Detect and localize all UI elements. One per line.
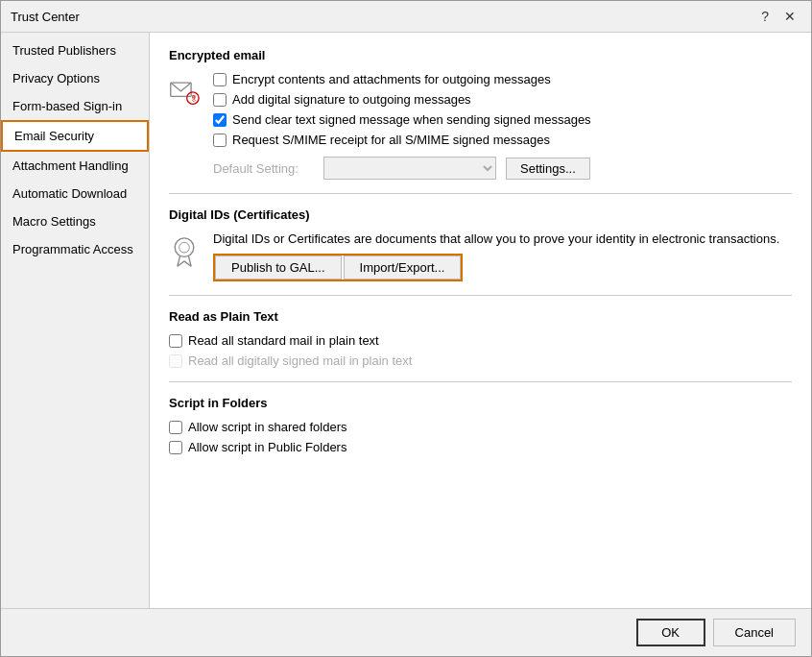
sidebar-item-automatic-download[interactable]: Automatic Download — [1, 180, 149, 207]
divider-2 — [169, 295, 792, 296]
sidebar: Trusted Publishers Privacy Options Form-… — [1, 33, 150, 608]
digital-id-icon — [169, 233, 200, 272]
sidebar-item-form-based-signin[interactable]: Form-based Sign-in — [1, 92, 149, 120]
cb4-row: Request S/MIME receipt for all S/MIME si… — [213, 133, 792, 147]
default-setting-row: Default Setting: Settings... — [213, 157, 792, 180]
import-export-button[interactable]: Import/Export... — [344, 256, 462, 280]
title-bar: Trust Center ? ✕ — [1, 1, 811, 33]
read-digitally-signed-checkbox[interactable] — [169, 354, 182, 368]
encrypt-contents-checkbox[interactable] — [213, 73, 227, 86]
cancel-button[interactable]: Cancel — [713, 619, 796, 646]
digital-ids-title: Digital IDs (Certificates) — [169, 207, 792, 222]
sidebar-item-attachment-handling[interactable]: Attachment Handling — [1, 152, 149, 180]
encrypted-email-options: Encrypt contents and attachments for out… — [213, 72, 792, 180]
divider-1 — [169, 193, 792, 194]
encrypted-email-title: Encrypted email — [169, 48, 792, 62]
default-setting-select[interactable] — [323, 157, 496, 180]
sidebar-item-email-security[interactable]: Email Security — [1, 120, 149, 152]
default-setting-label: Default Setting: — [213, 161, 314, 176]
publish-to-gal-button[interactable]: Publish to GAL... — [215, 256, 342, 280]
digital-ids-buttons: Publish to GAL... Import/Export... — [213, 254, 792, 281]
encrypted-email-section: 🎖 Encrypt contents and attachments for o… — [169, 72, 792, 180]
read-plain-text-title: Read as Plain Text — [169, 309, 792, 324]
sidebar-item-trusted-publishers[interactable]: Trusted Publishers — [1, 36, 149, 64]
cb8-row: Allow script in Public Folders — [169, 440, 792, 454]
add-digital-sig-label: Add digital signature to outgoing messag… — [232, 92, 471, 107]
allow-script-public-label: Allow script in Public Folders — [188, 440, 346, 454]
cb6-row: Read all digitally signed mail in plain … — [169, 353, 792, 368]
send-clear-text-label: Send clear text signed message when send… — [232, 112, 591, 127]
add-digital-sig-checkbox[interactable] — [213, 93, 227, 107]
settings-button[interactable]: Settings... — [506, 158, 590, 180]
script-in-folders-title: Script in Folders — [169, 396, 792, 410]
digital-ids-content: Digital IDs or Certificates are document… — [213, 231, 792, 281]
encrypted-email-checkboxes: Encrypt contents and attachments for out… — [213, 72, 792, 147]
svg-text:🎖: 🎖 — [190, 95, 198, 104]
cb7-row: Allow script in shared folders — [169, 420, 792, 434]
read-standard-mail-checkbox[interactable] — [169, 334, 182, 348]
read-digitally-signed-label: Read all digitally signed mail in plain … — [188, 353, 412, 368]
svg-point-4 — [179, 242, 190, 253]
divider-3 — [169, 381, 792, 382]
request-smime-label: Request S/MIME receipt for all S/MIME si… — [232, 133, 550, 147]
digital-ids-description: Digital IDs or Certificates are document… — [213, 231, 792, 246]
sidebar-item-programmatic-access[interactable]: Programmatic Access — [1, 235, 149, 263]
cb5-row: Read all standard mail in plain text — [169, 333, 792, 348]
content-area: Encrypted email 🎖 Encrypt co — [150, 33, 811, 608]
allow-script-public-checkbox[interactable] — [169, 441, 182, 454]
svg-point-3 — [175, 238, 194, 257]
allow-script-shared-label: Allow script in shared folders — [188, 420, 346, 434]
cb3-row: Send clear text signed message when send… — [213, 112, 792, 127]
help-button[interactable]: ? — [755, 7, 775, 26]
cb1-row: Encrypt contents and attachments for out… — [213, 72, 792, 86]
email-security-icon: 🎖 — [169, 74, 200, 109]
window-title: Trust Center — [11, 10, 80, 24]
dialog-body: Trusted Publishers Privacy Options Form-… — [1, 33, 811, 608]
allow-script-shared-checkbox[interactable] — [169, 421, 182, 434]
title-bar-controls: ? ✕ — [755, 7, 801, 26]
close-button[interactable]: ✕ — [778, 7, 801, 26]
send-clear-text-checkbox[interactable] — [213, 113, 227, 127]
request-smime-checkbox[interactable] — [213, 134, 227, 147]
dialog-footer: OK Cancel — [1, 608, 811, 656]
read-plain-text-section: Read all standard mail in plain text Rea… — [169, 333, 792, 368]
read-standard-mail-label: Read all standard mail in plain text — [188, 333, 379, 348]
highlighted-buttons-box: Publish to GAL... Import/Export... — [213, 254, 463, 281]
ok-button[interactable]: OK — [636, 619, 705, 646]
digital-ids-section: Digital IDs or Certificates are document… — [169, 231, 792, 281]
cb2-row: Add digital signature to outgoing messag… — [213, 92, 792, 107]
encrypt-contents-label: Encrypt contents and attachments for out… — [232, 72, 551, 86]
sidebar-item-macro-settings[interactable]: Macro Settings — [1, 207, 149, 235]
script-in-folders-section: Allow script in shared folders Allow scr… — [169, 420, 792, 454]
sidebar-item-privacy-options[interactable]: Privacy Options — [1, 64, 149, 92]
trust-center-dialog: Trust Center ? ✕ Trusted Publishers Priv… — [0, 0, 812, 657]
